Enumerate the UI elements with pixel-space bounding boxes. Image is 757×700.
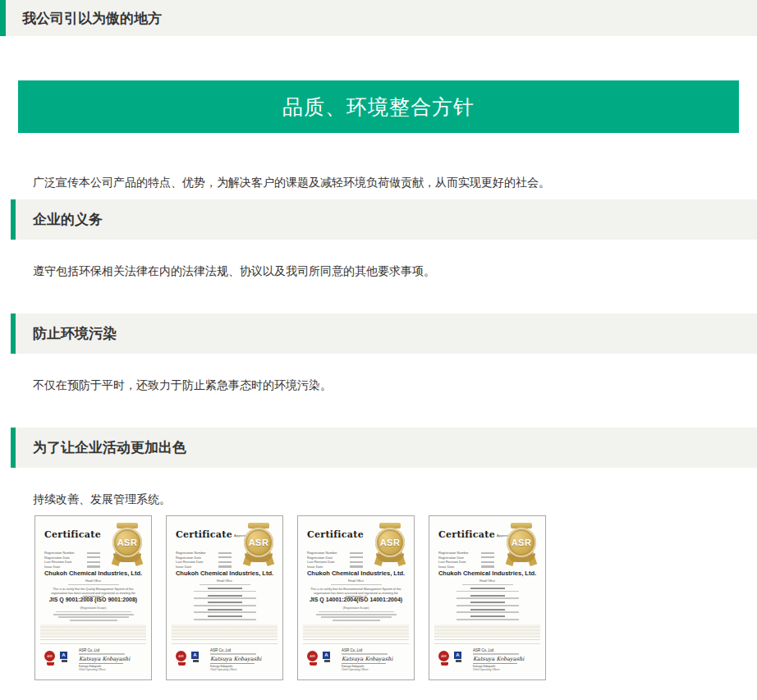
head-office-block: Head Office bbox=[298, 579, 414, 585]
certificate-footer: ASR A ASR Co.,Ltd Katsuya Kobayashi Kats… bbox=[174, 647, 278, 674]
head-office-label: Head Office bbox=[217, 579, 232, 583]
registration-info: Registration Number Registration Date La… bbox=[44, 551, 100, 569]
scope-text-bar bbox=[316, 614, 397, 615]
head-office-block: Head Office bbox=[167, 579, 282, 585]
signature-line bbox=[473, 663, 517, 664]
divider-line bbox=[434, 639, 540, 640]
office-list bbox=[429, 588, 545, 623]
registration-scope-label: (Registration Scope) bbox=[80, 606, 107, 610]
signature-line bbox=[342, 663, 386, 664]
signature: Katsuya Kobayashi bbox=[79, 656, 146, 662]
signer-title: Chief Operating Officer bbox=[210, 668, 278, 671]
registration-label: Issue Date bbox=[438, 565, 454, 569]
registration-scope: (Registration Scope) bbox=[298, 606, 414, 621]
divider-line bbox=[172, 643, 278, 644]
asr-medal-icon: ASR bbox=[110, 523, 145, 569]
certificate-4[interactable]: CertificateAppendix (1/1) ASR Registrati… bbox=[429, 515, 546, 680]
standard-name: JIS Q 9001:2008 (ISO 9001:2008) bbox=[35, 597, 151, 602]
address-text-bar bbox=[68, 584, 119, 586]
scope-text-bar bbox=[333, 620, 380, 621]
registration-label: Registration Number bbox=[307, 551, 337, 555]
registration-label: Issue Date bbox=[307, 565, 323, 569]
registration-label: Registration Number bbox=[44, 551, 75, 555]
head-office-label: Head Office bbox=[85, 579, 101, 583]
signer-title: Chief Operating Officer bbox=[473, 668, 540, 671]
issuer-name: ASR Co.,Ltd bbox=[342, 648, 409, 652]
scope-text-bar bbox=[321, 616, 392, 618]
divider-line bbox=[303, 643, 409, 644]
section-paragraph: 不仅在预防于平时，还致力于防止紧急事态时的环境污染。 bbox=[33, 376, 724, 394]
issuer-address-bar bbox=[79, 653, 125, 655]
decorative-band bbox=[303, 625, 409, 638]
registration-label: Registration Date bbox=[176, 556, 201, 560]
registration-info: Registration Number Registration Date La… bbox=[307, 551, 363, 569]
registration-label: Issue Date bbox=[44, 565, 60, 569]
accreditation-mark-icon: A bbox=[60, 652, 68, 662]
registration-label: Last Revision Date bbox=[307, 560, 335, 564]
issuer-name: ASR Co.,Ltd bbox=[79, 648, 146, 652]
decorative-band bbox=[172, 625, 278, 638]
company-name: Chukoh Chemical Industries, Ltd. bbox=[298, 570, 414, 577]
divider-line bbox=[172, 639, 278, 640]
address-text-bar bbox=[462, 584, 513, 586]
registration-scope: (Registration Scope) bbox=[35, 606, 151, 621]
registration-label: Registration Date bbox=[438, 556, 464, 560]
registration-label: Last Revision Date bbox=[44, 560, 72, 564]
certificate-2[interactable]: CertificateAppendix (1/1) ASR Registrati… bbox=[166, 515, 283, 680]
asr-seal-icon: ASR bbox=[176, 651, 188, 666]
page-title: 我公司引以为傲的地方 bbox=[22, 9, 162, 28]
head-office-label: Head Office bbox=[348, 579, 364, 583]
decorative-band bbox=[434, 625, 540, 638]
certificate-footer: ASR A ASR Co.,Ltd Katsuya Kobayashi Kats… bbox=[43, 647, 146, 674]
asr-seal-icon: ASR bbox=[307, 651, 319, 666]
issuer-address-bar bbox=[342, 653, 388, 655]
head-office-block: Head Office bbox=[429, 579, 545, 585]
issuer-address-bar bbox=[210, 653, 256, 655]
divider-line bbox=[40, 639, 146, 640]
signature: Katsuya Kobayashi bbox=[342, 656, 409, 662]
registration-info: Registration Number Registration Date La… bbox=[438, 551, 494, 569]
asr-medal-icon: ASR bbox=[373, 523, 407, 569]
issuer-address-bar bbox=[473, 653, 519, 655]
asr-seal-icon: ASR bbox=[44, 651, 57, 666]
signature-line bbox=[79, 663, 123, 664]
decorative-band bbox=[40, 625, 146, 638]
registration-label: Issue Date bbox=[176, 565, 191, 569]
certificate-3[interactable]: Certificate ASR Registration Number Regi… bbox=[297, 515, 415, 680]
scope-text-bar bbox=[53, 614, 134, 615]
certificate-footer: ASR A ASR Co.,Ltd Katsuya Kobayashi Kats… bbox=[437, 647, 540, 674]
intro-paragraph: 广泛宣传本公司产品的特点、优势，为解决客户的课题及减轻环境负荷做贡献，从而实现更… bbox=[33, 173, 724, 191]
registration-label: Registration Date bbox=[44, 556, 70, 560]
asr-seal-icon: ASR bbox=[438, 651, 451, 666]
asr-medal-icon: ASR bbox=[241, 523, 276, 569]
address-text-bar bbox=[200, 584, 250, 586]
policy-banner: 品质、环境整合方针 bbox=[18, 80, 739, 133]
head-office-block: Head Office bbox=[35, 579, 151, 585]
section-heading: 为了让企业活动更加出色 bbox=[33, 438, 186, 457]
accreditation-mark-icon: A bbox=[323, 652, 331, 662]
certificate-1[interactable]: Certificate ASR Registration Number Regi… bbox=[34, 515, 152, 680]
accreditation-mark-icon: A bbox=[454, 652, 462, 662]
asr-medal-icon: ASR bbox=[504, 523, 539, 569]
signer-title: Chief Operating Officer bbox=[79, 668, 146, 671]
section-heading: 防止环境污染 bbox=[33, 324, 117, 343]
divider-line bbox=[40, 643, 146, 644]
address-text-bar bbox=[331, 584, 382, 586]
issuer-name: ASR Co.,Ltd bbox=[210, 648, 278, 652]
accreditation-mark-icon: A bbox=[191, 652, 200, 662]
certificates-row: Certificate ASR Registration Number Regi… bbox=[34, 515, 757, 680]
certificate-title: Certificate bbox=[44, 529, 103, 540]
signature-line bbox=[210, 663, 255, 664]
signer-title: Chief Operating Officer bbox=[342, 668, 409, 671]
signature: Katsuya Kobayashi bbox=[210, 656, 278, 662]
registration-scope-label: (Registration Scope) bbox=[343, 606, 369, 610]
divider-line bbox=[434, 643, 540, 644]
section-heading-bar-corporate-duty: 企业的义务 bbox=[11, 199, 757, 240]
signature: Katsuya Kobayashi bbox=[473, 656, 540, 662]
registration-info: Registration Number Registration Date La… bbox=[176, 551, 232, 569]
issuer-name: ASR Co.,Ltd bbox=[473, 648, 540, 652]
section-heading-bar-pollution-prevention: 防止环境污染 bbox=[11, 313, 757, 354]
company-name: Chukoh Chemical Industries, Ltd. bbox=[167, 570, 282, 577]
scope-text-bar bbox=[58, 616, 129, 618]
head-office-label: Head Office bbox=[479, 579, 495, 583]
